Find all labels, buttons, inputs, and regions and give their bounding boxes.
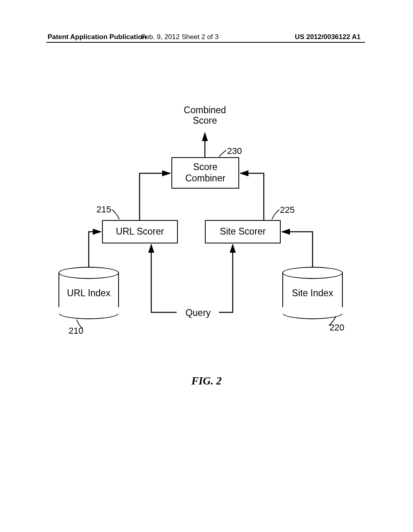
figure-2-diagram: Combined Score Score Combiner URL Scorer… bbox=[58, 105, 349, 363]
header-publication: Patent Application Publication bbox=[48, 33, 146, 41]
header-date-sheet: Feb. 9, 2012 Sheet 2 of 3 bbox=[141, 33, 219, 41]
page-header: Patent Application Publication Feb. 9, 2… bbox=[0, 33, 413, 41]
connectors-svg bbox=[58, 105, 349, 363]
figure-caption: FIG. 2 bbox=[0, 375, 413, 387]
header-rule bbox=[46, 42, 365, 43]
header-docnumber: US 2012/0036122 A1 bbox=[295, 33, 361, 41]
cylinder-top bbox=[282, 267, 343, 279]
cylinder-top bbox=[58, 267, 119, 279]
